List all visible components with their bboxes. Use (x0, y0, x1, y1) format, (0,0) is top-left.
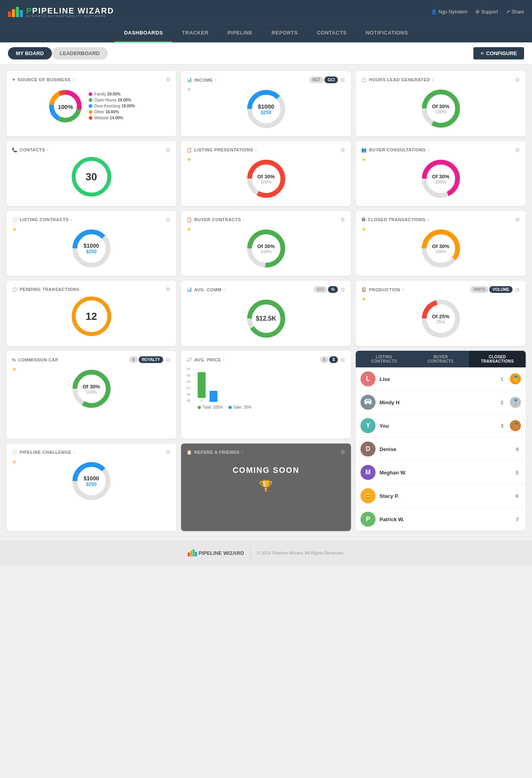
leaderboard-tab[interactable]: LEADERBOARD (52, 47, 108, 59)
contacts-gear[interactable]: ⚙ (166, 147, 171, 153)
lb-row-6: 😊 Stacy P. 6 (356, 484, 526, 508)
contacts-header: 📞 CONTACTS › ⚙ (12, 147, 171, 153)
lb-rank-5: 5 (516, 470, 519, 476)
pipeline-challenge-star[interactable]: ★ (12, 459, 17, 465)
refer-friends-title[interactable]: 📋 REFERE A FRIENDS › (187, 450, 243, 455)
income-star[interactable]: ★ (187, 86, 192, 92)
listing-contracts-title[interactable]: 📄 LISTING CONTRACTS › (12, 217, 72, 222)
buyer-consult-of: Of 30% (432, 174, 449, 180)
header-support[interactable]: ⚙ Support (475, 9, 498, 15)
my-board-tab[interactable]: MY BOARD (8, 47, 52, 59)
production-star[interactable]: ★ (361, 296, 366, 302)
buyer-contracts-star[interactable]: ★ (187, 226, 192, 232)
logo-sub: BUSINESS ACCOUNTABILITY SOFTWARE (26, 15, 114, 17)
income-gear[interactable]: ⚙ (340, 77, 345, 83)
pie-chart: 100% (48, 88, 83, 125)
buyer-consult-header: 👥 BUYER CONSULTATIONS › ⚙ (361, 147, 520, 153)
listing-pres-of: Of 30% (257, 174, 275, 180)
pending-transactions-title[interactable]: 🕐 PENDING TRANSACTIONS › (12, 287, 83, 292)
nav-reports[interactable]: REPORTS (262, 24, 307, 42)
production-volume-btn[interactable]: VOLUME (489, 286, 513, 293)
income-net-btn[interactable]: NET (309, 76, 324, 83)
income-gci-btn[interactable]: GCI (324, 76, 338, 83)
hours-title[interactable]: 🕐 HOURS LEAD GENERATED › (361, 77, 433, 82)
buyer-consult-title[interactable]: 👥 BUYER CONSULTATIONS › (361, 147, 429, 153)
income-title[interactable]: 📊 INCOME › (187, 77, 216, 82)
closed-transactions-gear[interactable]: ⚙ (515, 216, 520, 223)
contacts-card: 📞 CONTACTS › ⚙ 30 (6, 141, 176, 206)
hours-body: Of 30% 100% (361, 87, 520, 130)
listing-contracts-icon: 📄 (12, 217, 18, 222)
pending-gear[interactable]: ⚙ (166, 286, 171, 292)
footer-logo-text: PIPELINE WIZARD (198, 550, 244, 556)
buyer-contracts-title[interactable]: 📋 BUYER CONTRACTS › (187, 217, 244, 222)
avg-price-dollar2-btn[interactable]: $ (329, 356, 338, 363)
listing-pres-star[interactable]: ★ (187, 156, 192, 162)
header-share[interactable]: ↗ Share (506, 9, 524, 15)
buyer-contracts-sub: 100% (257, 249, 275, 254)
logo-bar-1 (8, 11, 11, 17)
pipeline-challenge-gear[interactable]: ⚙ (166, 449, 171, 455)
avg-comm-pct-btn[interactable]: % (328, 286, 338, 293)
production-gear[interactable]: ⚙ (515, 287, 520, 293)
nav-contacts[interactable]: CONTACTS (307, 24, 356, 42)
commission-royalty-btn[interactable]: ROYALTY (139, 356, 163, 363)
pipeline-challenge-title[interactable]: 📄 PIPELINE CHALLENGE › (12, 450, 75, 455)
commission-cap-title[interactable]: % COMMISSON CAP (12, 357, 58, 362)
avg-comm-title[interactable]: 📊 AVG. COMM › (187, 287, 225, 292)
lb-row-3: Y You 3 🥉 (356, 414, 526, 438)
lb-listing-tab[interactable]: LISTINGCONTRACTS (356, 351, 412, 367)
listing-contracts-header: 📄 LISTING CONTRACTS › ⚙ (12, 216, 171, 223)
commission-cap-star[interactable]: ★ (12, 366, 17, 372)
source-title[interactable]: ✦ SOURCE OF BUSINESS › (12, 77, 74, 82)
listing-contracts-gear[interactable]: ⚙ (166, 216, 171, 223)
avg-comm-icon: 📊 (187, 287, 193, 292)
footer-divider (250, 547, 251, 559)
lb-closed-tab[interactable]: CLOSEDTRANSACTIONS (469, 351, 526, 367)
nav-tracker[interactable]: TRACKER (172, 24, 218, 42)
production-units-btn[interactable]: UNITS (470, 286, 488, 293)
nav-notifications[interactable]: NOTIFICATIONS (356, 24, 418, 42)
income-toggle: NET GCI (309, 76, 338, 83)
contacts-title[interactable]: 📞 CONTACTS › (12, 147, 49, 153)
logo-text-wrap: PPIPELINE WIZARD BUSINESS ACCOUNTABILITY… (26, 7, 114, 17)
configure-button[interactable]: ≡ CONFIGURE (473, 47, 524, 59)
buyer-contracts-gear[interactable]: ⚙ (340, 216, 345, 223)
avg-comm-toggle: GCI % (314, 286, 338, 293)
listing-contracts-star[interactable]: ★ (12, 226, 17, 232)
hours-sub: 100% (432, 109, 449, 114)
commission-cap-icon: % (12, 357, 16, 362)
avg-comm-card: 📊 AVG. COMM › GCI % ⚙ $12.5K (181, 281, 351, 346)
closed-transactions-star[interactable]: ★ (361, 226, 366, 232)
source-gear[interactable]: ⚙ (166, 76, 171, 83)
card-header: ✦ SOURCE OF BUSINESS › ⚙ (12, 76, 171, 83)
avg-comm-gear[interactable]: ⚙ (340, 287, 345, 293)
contacts-body: 30 (12, 157, 171, 197)
lb-name-2: Mindy H (379, 400, 497, 405)
footer: PIPELINE WIZARD © 2014 Pipeline Wizard. … (0, 541, 532, 565)
hours-lead-card: 🕐 HOURS LEAD GENERATED › ⚙ Of 30% 100% (356, 71, 526, 136)
commission-cap-sub: 100% (82, 390, 100, 394)
buyer-consult-gear[interactable]: ⚙ (515, 147, 520, 153)
avg-comm-gci-btn[interactable]: GCI (314, 286, 327, 293)
header-user[interactable]: 👤 Ngu Nyindem (431, 9, 467, 15)
production-title[interactable]: 🏠 PRODUCTION › (361, 287, 404, 292)
lb-buyer-tab[interactable]: BUYERCONTRACTS (412, 351, 469, 367)
commission-cap-gear[interactable]: ⚙ (166, 357, 171, 363)
nav-dashboards[interactable]: DASHBOARDS (114, 24, 172, 42)
refer-friends-gear[interactable]: ⚙ (340, 449, 345, 455)
bar-sale (210, 391, 217, 402)
closed-transactions-title[interactable]: 🏛 CLOSED TRANSACTIONS › (361, 217, 429, 222)
nav-pipeline[interactable]: PIPELINE (218, 24, 262, 42)
listing-pres-title[interactable]: 📋 LISTING PRESENTATIONS › (187, 147, 257, 153)
buyer-consult-star[interactable]: ★ (361, 156, 366, 162)
listing-pres-gear[interactable]: ⚙ (340, 147, 345, 153)
avg-price-gear[interactable]: ⚙ (340, 357, 345, 363)
avg-price-title[interactable]: 📈 AVG. PRICE › (187, 357, 225, 362)
production-toggle: UNITS VOLUME (470, 286, 513, 293)
hours-gear[interactable]: ⚙ (515, 76, 520, 83)
board-tabs: MY BOARD LEADERBOARD (8, 47, 108, 59)
avg-price-dollar1-btn[interactable]: $ (320, 356, 329, 363)
commission-dollar-btn[interactable]: $ (129, 356, 138, 363)
logo-bar-2 (12, 9, 15, 17)
